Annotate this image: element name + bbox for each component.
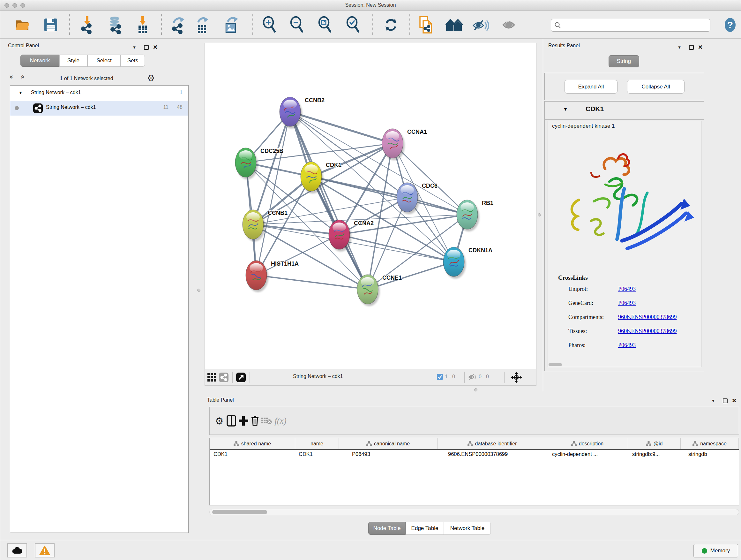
network-edge-CCNB2-HIST1H1A[interactable] xyxy=(256,112,290,275)
hide-panel-button[interactable] xyxy=(472,16,489,34)
show-panel-button[interactable] xyxy=(500,16,518,34)
network-node-CCNE1[interactable] xyxy=(357,274,380,306)
control-panel-close-icon[interactable]: ✕ xyxy=(153,44,158,51)
network-canvas[interactable]: CCNB2CCNA1CDC25BCDK1CDC6RB1CCNB1CCNA2CDK… xyxy=(205,43,536,369)
home-networks-button[interactable] xyxy=(446,16,463,34)
import-network-database-button[interactable] xyxy=(106,16,124,34)
crosslink-link[interactable]: 9606.ENSP00000378699 xyxy=(618,328,677,334)
network-edge-CCNA2-HIST1H1A[interactable] xyxy=(256,235,339,275)
network-edge-HIST1H1A-CCNE1[interactable] xyxy=(256,275,367,289)
network-edge-CCNB2-CCNE1[interactable] xyxy=(290,112,367,289)
table-cell[interactable]: CDK1 xyxy=(213,451,294,462)
export-table-button[interactable] xyxy=(193,16,211,34)
expand-all-button[interactable]: Expand All xyxy=(564,80,617,94)
results-hscrollbar-thumb[interactable] xyxy=(549,363,562,366)
network-node-CCNB2[interactable] xyxy=(280,97,302,129)
right-splitter-handle[interactable] xyxy=(538,213,541,216)
zoom-fit-button[interactable] xyxy=(316,16,334,34)
column-header-namespace[interactable]: namespace xyxy=(681,438,739,449)
tab-sets[interactable]: Sets xyxy=(121,55,145,67)
save-session-button[interactable] xyxy=(42,16,60,34)
crosslink-link[interactable]: P06493 xyxy=(618,342,636,349)
expand-all-networks-button[interactable]: » xyxy=(20,73,24,81)
memory-label: Memory xyxy=(711,548,730,554)
help-button[interactable]: ? xyxy=(721,16,739,34)
crosslink-link[interactable]: P06493 xyxy=(618,286,636,293)
network-status-dot-icon xyxy=(15,106,19,110)
tab-network[interactable]: Network xyxy=(20,55,59,67)
column-header-databaseidentifier[interactable]: database identifier xyxy=(437,438,547,449)
network-edge-CCNB2-CCNA1[interactable] xyxy=(290,112,393,143)
table-cell[interactable]: P06493 xyxy=(352,451,436,462)
left-splitter-handle[interactable] xyxy=(197,289,200,292)
control-panel-float-icon[interactable] xyxy=(144,45,149,50)
tab-select[interactable]: Select xyxy=(87,55,121,67)
export-network-button[interactable] xyxy=(169,16,187,34)
network-edge-CDK1-RB1[interactable] xyxy=(311,177,467,214)
table-hscrollbar-thumb[interactable] xyxy=(212,510,267,514)
table-panel-menu-arrow-icon[interactable]: ▾ xyxy=(710,398,717,403)
open-session-button[interactable] xyxy=(14,16,31,34)
collapse-all-button[interactable]: Collapse All xyxy=(627,80,684,94)
results-panel-menu-arrow-icon[interactable]: ▾ xyxy=(676,44,683,50)
pan-tool-button[interactable] xyxy=(511,372,522,383)
copy-document-button[interactable] xyxy=(417,16,435,34)
cloud-status-button[interactable] xyxy=(7,543,27,557)
tab-node-table[interactable]: Node Table xyxy=(368,522,406,535)
show-grid-button[interactable] xyxy=(207,373,216,382)
table-hscrollbar[interactable] xyxy=(209,509,739,515)
columns-icon xyxy=(226,415,236,427)
refresh-button[interactable] xyxy=(382,16,400,34)
network-edge-CCNB2-RB1[interactable] xyxy=(290,112,467,214)
table-panel-close-icon[interactable]: ✕ xyxy=(732,397,737,404)
network-row[interactable]: String Network – cdk1 11 48 xyxy=(10,101,188,116)
network-node-CCNB1[interactable] xyxy=(243,210,265,241)
table-cell[interactable]: stringdb xyxy=(688,451,738,462)
import-table-button[interactable] xyxy=(134,16,151,34)
column-header-description[interactable]: description xyxy=(547,438,628,449)
table-cell[interactable]: 9606.ENSP00000378699 xyxy=(448,451,546,462)
zoom-in-button[interactable] xyxy=(260,16,278,34)
tab-style[interactable]: Style xyxy=(59,55,87,67)
gene-header-row[interactable]: ▼ CDK1 xyxy=(545,102,704,120)
table-cell[interactable]: stringdb:9... xyxy=(632,451,679,462)
collapse-entry-triangle-icon[interactable]: ▼ xyxy=(563,107,568,112)
network-node-RB1[interactable] xyxy=(457,200,479,232)
column-header-id[interactable]: @id xyxy=(628,438,681,449)
tab-string[interactable]: String xyxy=(609,55,639,67)
crosslink-link[interactable]: 9606.ENSP00000378699 xyxy=(618,314,677,320)
zoom-selected-button[interactable] xyxy=(344,16,362,34)
network-node-CCNA2[interactable] xyxy=(329,220,351,252)
table-panel-float-icon[interactable] xyxy=(723,398,728,403)
crosslink-link[interactable]: P06493 xyxy=(618,300,636,307)
network-node-HIST1H1A[interactable] xyxy=(246,260,268,292)
table-cell[interactable]: CDK1 xyxy=(299,451,338,462)
column-header-name[interactable]: name xyxy=(295,438,339,449)
results-panel-close-icon[interactable]: ✕ xyxy=(698,44,703,51)
memory-button[interactable]: Memory xyxy=(693,544,738,557)
network-node-CDKN1A[interactable] xyxy=(443,247,466,279)
control-panel-menu-arrow-icon[interactable]: ▾ xyxy=(131,44,138,50)
view-mode-button[interactable] xyxy=(219,373,228,382)
tab-network-table[interactable]: Network Table xyxy=(444,522,491,535)
warning-status-button[interactable] xyxy=(35,543,55,557)
column-header-canonicalname[interactable]: canonical name xyxy=(339,438,437,449)
bottom-splitter-handle[interactable] xyxy=(474,388,477,391)
column-header-sharedname[interactable]: shared name xyxy=(210,438,295,449)
zoom-out-button[interactable] xyxy=(288,16,306,34)
collapse-triangle-icon[interactable]: ▼ xyxy=(18,90,23,95)
network-options-gear-icon[interactable]: ⚙ xyxy=(147,73,155,83)
birdseye-view-button[interactable] xyxy=(236,373,246,382)
tab-edge-table[interactable]: Edge Table xyxy=(406,522,444,535)
network-node-CDC6[interactable] xyxy=(397,183,419,214)
export-image-button[interactable] xyxy=(222,16,240,34)
function-builder-button[interactable]: f(x) xyxy=(271,413,290,429)
table-cell[interactable]: cyclin-dependent ... xyxy=(552,451,627,462)
selected-checkbox[interactable] xyxy=(437,374,443,380)
collapse-all-networks-button[interactable]: » xyxy=(10,73,14,81)
import-network-file-button[interactable] xyxy=(78,16,96,34)
search-input[interactable] xyxy=(561,19,710,31)
network-collection-row[interactable]: ▼ String Network – cdk1 1 xyxy=(10,86,188,101)
results-panel-float-icon[interactable] xyxy=(689,45,694,50)
network-edge-CDKN1A-CCNE1[interactable] xyxy=(367,262,454,289)
